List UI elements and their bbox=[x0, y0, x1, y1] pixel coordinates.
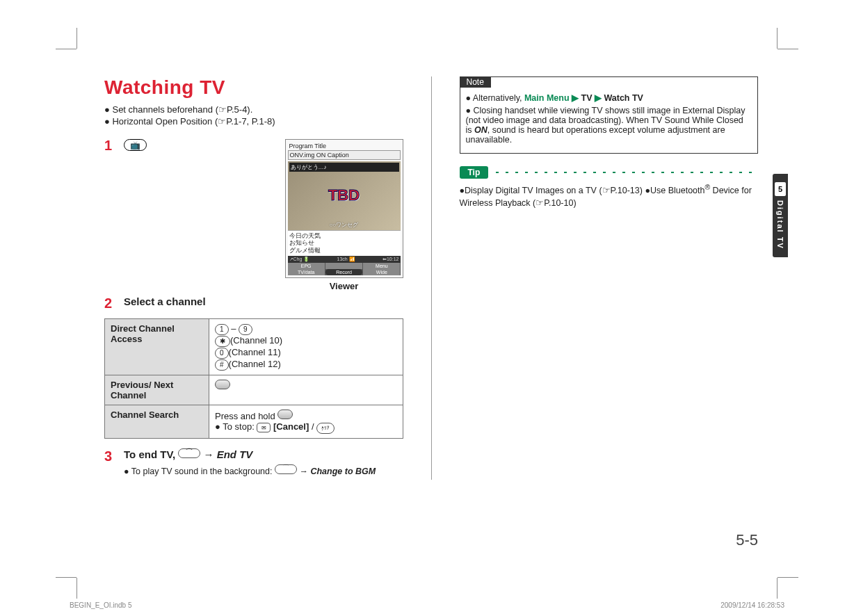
step-3: 3 To end TV, → End TV To play TV sound i… bbox=[104, 448, 403, 476]
viewer-tbd-overlay: TBD bbox=[328, 186, 360, 204]
tip-dots-icon bbox=[492, 170, 758, 175]
viewer-status-center: 13ch 📶 bbox=[337, 257, 355, 262]
page-number: 5-5 bbox=[736, 531, 758, 549]
step-3-body: To end TV, → End TV To play TV sound in … bbox=[124, 448, 403, 476]
viewer-status-bar: ↗Chg 🔋 13ch 📶 ⬅10:12 bbox=[288, 256, 401, 263]
softkey-epg: EPG bbox=[288, 263, 325, 269]
table-row: Direct Channel Access 1 – 9 ✱(Channel 10… bbox=[105, 319, 403, 375]
crop-mark-tl bbox=[63, 35, 90, 63]
left-column: Watching TV Set channels beforehand (☞P.… bbox=[104, 76, 403, 480]
step-3-sub-prefix: To play TV sound in the background: bbox=[131, 467, 275, 476]
viewer-softkeys-top: EPG Menu bbox=[288, 263, 401, 269]
key-0-icon: 0 bbox=[215, 348, 229, 359]
menu-main: Main Menu bbox=[524, 93, 570, 103]
note-on: ON bbox=[474, 125, 488, 135]
channel-table: Direct Channel Access 1 – 9 ✱(Channel 10… bbox=[104, 318, 403, 439]
print-footer: BEGIN_E_OI.indb 5 2009/12/14 16:28:53 bbox=[70, 601, 784, 609]
end-key-icon bbox=[275, 464, 297, 474]
press-hold-text: Press and hold bbox=[215, 411, 277, 421]
viewer-list-3: グルメ情報 bbox=[289, 247, 399, 254]
arrow-icon: → bbox=[204, 448, 217, 460]
channel-12-label: (Channel 12) bbox=[229, 359, 281, 369]
menu-watch-tv: Watch TV bbox=[604, 93, 643, 103]
softkey-menu: Menu bbox=[363, 263, 400, 269]
dash: – bbox=[231, 323, 239, 334]
softkey-wide: Wide bbox=[363, 269, 400, 275]
step-2-number: 2 bbox=[104, 295, 117, 311]
viewer-sub: ○○ワンセグ bbox=[330, 221, 359, 229]
key-hash-icon: # bbox=[215, 359, 229, 371]
triangle-icon: ▶ bbox=[595, 93, 604, 103]
slash: / bbox=[312, 421, 316, 432]
note-box: Note Alternatively, Main Menu ▶ TV ▶ Wat… bbox=[460, 76, 759, 154]
note-item-2: Closing handset while viewing TV shows s… bbox=[466, 106, 752, 145]
note-alt-prefix: Alternatively, bbox=[473, 93, 524, 103]
tv-key-icon: 📺 bbox=[124, 139, 147, 151]
viewer-data-list: 今日の天気 お知らせ グルメ情報 bbox=[288, 230, 401, 256]
step-1-number: 1 bbox=[104, 138, 117, 154]
viewer-video-area: ありがとう…♪ TBD ○○ワンセグ bbox=[288, 161, 401, 230]
viewer-softkeys-bottom: TV/data Record Wide bbox=[288, 269, 401, 275]
viewer-figure: Program Title ONV.img ON Caption ありがとう…♪… bbox=[285, 139, 403, 291]
crop-mark-bl bbox=[63, 564, 90, 592]
tip-badge: Tip bbox=[460, 166, 489, 179]
mail-key-icon: ✉ bbox=[257, 423, 271, 432]
step-2-title: Select a channel bbox=[124, 295, 403, 307]
viewer-overlay-top: ONV.img ON Caption bbox=[288, 150, 401, 160]
arrow-icon: → bbox=[299, 467, 310, 476]
footer-right: 2009/12/14 16:28:53 bbox=[720, 601, 784, 609]
channel-11-label: (Channel 11) bbox=[229, 347, 281, 357]
softkey-record: Record bbox=[325, 269, 362, 275]
softkey-tvdata: TV/data bbox=[288, 269, 325, 275]
page-content: Watching TV Set channels beforehand (☞P.… bbox=[104, 76, 758, 549]
channel-10-label: (Channel 10) bbox=[230, 335, 282, 346]
intro-bullets: Set channels beforehand (☞P.5-4). Horizo… bbox=[104, 104, 403, 127]
step-3-number: 3 bbox=[104, 448, 117, 464]
chapter-label: Digital TV bbox=[776, 200, 784, 250]
step-3-prefix: To end TV, bbox=[124, 448, 178, 460]
right-column: Note Alternatively, Main Menu ▶ TV ▶ Wat… bbox=[460, 76, 759, 480]
intro-bullet-1: Set channels beforehand (☞P.5-4). bbox=[104, 104, 403, 115]
row-prevnext-cell bbox=[209, 375, 403, 405]
cancel-label: [Cancel] bbox=[273, 421, 309, 432]
table-row: Previous/ Next Channel bbox=[105, 375, 403, 405]
step-2: 2 Select a channel bbox=[104, 295, 403, 311]
chapter-number: 5 bbox=[775, 182, 786, 196]
registered-icon: ® bbox=[704, 184, 710, 191]
key-9-icon: 9 bbox=[239, 324, 252, 335]
viewer-label: Viewer bbox=[285, 281, 403, 291]
page-title: Watching TV bbox=[104, 76, 403, 99]
step-3-sub: To play TV sound in the background: → Ch… bbox=[124, 464, 403, 476]
row-search-cell: Press and hold ● To stop: ✉ [Cancel] / ｸ… bbox=[209, 405, 403, 439]
footer-left: BEGIN_E_OI.indb 5 bbox=[70, 601, 132, 609]
change-bgm-action: Change to BGM bbox=[310, 467, 376, 476]
row-direct-header: Direct Channel Access bbox=[105, 319, 209, 375]
key-star-icon: ✱ bbox=[215, 336, 230, 347]
crop-mark-br bbox=[764, 564, 791, 592]
viewer-list-1: 今日の天気 bbox=[289, 232, 399, 240]
viewer-status-right: ⬅10:12 bbox=[382, 257, 399, 262]
to-stop-text: To stop: bbox=[223, 421, 257, 432]
menu-tv: TV bbox=[581, 93, 593, 103]
step-1: 1 📺 bbox=[104, 138, 278, 154]
clear-key-icon: ｸﾘｱ bbox=[316, 423, 335, 434]
row-direct-cell: 1 – 9 ✱(Channel 10) 0(Channel 11) #(Chan… bbox=[209, 319, 403, 375]
viewer-status-left: ↗Chg 🔋 bbox=[289, 257, 310, 262]
note-2b: , sound is heard but operations except v… bbox=[466, 125, 725, 145]
row-prevnext-header: Previous/ Next Channel bbox=[105, 375, 209, 405]
end-key-icon bbox=[178, 448, 200, 458]
nav-key-icon bbox=[277, 410, 293, 419]
viewer-program-title: Program Title bbox=[288, 142, 401, 150]
intro-bullet-2: Horizontal Open Position (☞P.1-7, P.1-8) bbox=[104, 116, 403, 127]
viewer-caption: ありがとう…♪ bbox=[289, 163, 399, 172]
tip-part1: ●Display Digital TV Images on a TV (☞P.1… bbox=[460, 186, 705, 195]
note-item-1: Alternatively, Main Menu ▶ TV ▶ Watch TV bbox=[466, 92, 752, 103]
tip-text: ●Display Digital TV Images on a TV (☞P.1… bbox=[460, 183, 759, 209]
tip-header: Tip bbox=[460, 166, 759, 179]
column-divider bbox=[431, 76, 432, 480]
key-1-icon: 1 bbox=[215, 324, 229, 335]
viewer-screen: Program Title ONV.img ON Caption ありがとう…♪… bbox=[285, 139, 403, 278]
nav-key-icon bbox=[215, 380, 230, 389]
crop-mark-tr bbox=[764, 35, 791, 63]
row-search-header: Channel Search bbox=[105, 405, 209, 439]
